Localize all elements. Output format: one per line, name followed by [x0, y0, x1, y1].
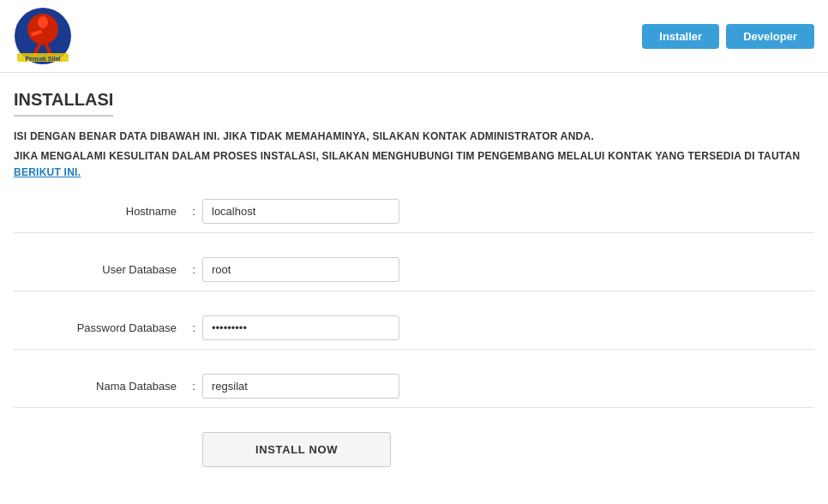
- hostname-label: Hostname: [14, 205, 185, 218]
- installer-button[interactable]: Installer: [642, 24, 719, 49]
- developer-button[interactable]: Developer: [726, 24, 814, 49]
- password-database-colon: :: [185, 321, 202, 334]
- user-database-row: User Database :: [14, 257, 814, 291]
- user-database-label: User Database: [14, 263, 185, 276]
- nav-buttons: Installer Developer: [642, 24, 814, 49]
- intro-line2: JIKA MENGALAMI KESULITAN DALAM PROSES IN…: [14, 148, 814, 181]
- main-content: INSTALLASI ISI DENGAN BENAR DATA DIBAWAH…: [0, 73, 828, 481]
- svg-text:Pencak Silat: Pencak Silat: [25, 56, 61, 62]
- intro-line2-text: JIKA MENGALAMI KESULITAN DALAM PROSES IN…: [14, 150, 800, 162]
- password-database-input[interactable]: [202, 315, 399, 340]
- intro-line1: ISI DENGAN BENAR DATA DIBAWAH INI. JIKA …: [14, 129, 814, 145]
- header: Pencak Silat Installer Developer: [0, 0, 828, 73]
- logo-area: Pencak Silat: [14, 7, 72, 65]
- nama-database-colon: :: [185, 380, 202, 393]
- password-database-row: Password Database :: [14, 315, 814, 350]
- form-area: Hostname : User Database : Password Data…: [14, 199, 814, 467]
- password-database-label: Password Database: [14, 321, 185, 334]
- svg-point-2: [38, 16, 48, 28]
- user-database-input[interactable]: [202, 257, 399, 282]
- berikut-ini-link[interactable]: BERIKUT INI.: [14, 166, 81, 178]
- page-title: INSTALLASI: [14, 90, 113, 117]
- hostname-colon: :: [185, 205, 202, 218]
- hostname-input[interactable]: [202, 199, 399, 224]
- user-database-colon: :: [185, 263, 202, 276]
- svg-line-5: [43, 31, 53, 33]
- install-btn-row: INSTALL NOW: [14, 432, 814, 467]
- nama-database-row: Nama Database :: [14, 374, 814, 408]
- install-now-button[interactable]: INSTALL NOW: [202, 432, 391, 467]
- logo: Pencak Silat: [14, 7, 72, 65]
- nama-database-input[interactable]: [202, 374, 399, 399]
- hostname-row: Hostname :: [14, 199, 814, 233]
- nama-database-label: Nama Database: [14, 380, 185, 393]
